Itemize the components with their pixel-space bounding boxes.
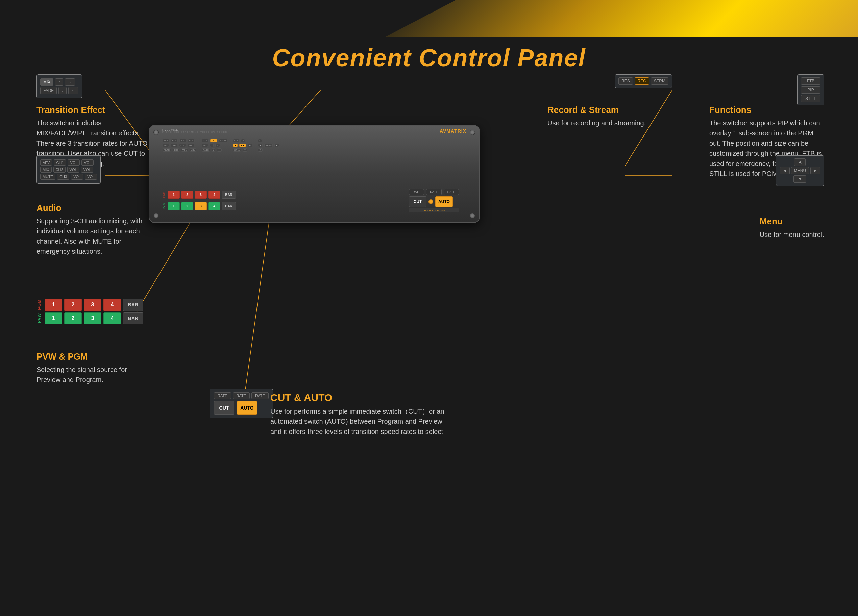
aw-vol1b[interactable]: VOL	[81, 160, 93, 166]
ca-rate2[interactable]: RATE	[233, 392, 250, 399]
dev-ftb[interactable]: FTB	[233, 139, 239, 142]
dev-rate3[interactable]: RATE	[444, 189, 459, 195]
tw-mix[interactable]: MIX	[40, 78, 53, 86]
dev-mix[interactable]: MIX	[163, 144, 169, 147]
tw-fade[interactable]: FADE	[40, 87, 57, 94]
dev-vol1b[interactable]: VOL	[188, 139, 195, 142]
aw-ch3[interactable]: CH3	[57, 174, 69, 180]
dev-pip[interactable]: ◄	[233, 144, 238, 147]
mw-a[interactable]: A	[794, 159, 806, 166]
dev-vol3b[interactable]: VOL	[190, 148, 196, 152]
dev-down2[interactable]: ▼	[242, 148, 247, 152]
pvw-btn-2[interactable]: 2	[64, 312, 82, 324]
aw-vol3a[interactable]: VOL	[71, 174, 83, 180]
record-widget: RES REC STRM	[615, 74, 672, 88]
dev-afv[interactable]: AFV	[163, 139, 169, 142]
aw-afv[interactable]: AFV	[40, 160, 52, 166]
ca-auto[interactable]: AUTO	[237, 401, 257, 415]
functions-widget: FTB PIP STILL	[797, 74, 824, 106]
mw-menu[interactable]: MENU	[791, 167, 809, 174]
mw-right[interactable]: ►	[810, 167, 821, 174]
ca-cut[interactable]: CUT	[214, 401, 234, 415]
ca-rate1[interactable]: RATE	[214, 392, 231, 399]
dev-mute[interactable]: MUTE	[163, 148, 171, 152]
dev-vol2a[interactable]: VOL	[179, 144, 186, 147]
dev-a[interactable]: A	[241, 139, 245, 142]
dev-pvw-bar[interactable]: BAR	[222, 202, 236, 210]
dev-vol1a[interactable]: VOL	[179, 139, 186, 142]
dev-fade[interactable]: FADE	[202, 148, 210, 152]
dev-rate2[interactable]: RATE	[426, 189, 441, 195]
aw-vol2a[interactable]: VOL	[67, 166, 79, 173]
dev-pvw-3[interactable]: 3	[195, 202, 207, 210]
dev-right[interactable]: →	[215, 144, 220, 147]
aw-vol2b[interactable]: VOL	[81, 166, 93, 173]
dev-pvw-2[interactable]: 2	[181, 202, 193, 210]
mw-down[interactable]: ▼	[793, 175, 806, 183]
menu-title: Menu	[760, 216, 824, 227]
pgm-btn-3[interactable]: 3	[84, 299, 101, 311]
dev-pip2[interactable]: ◄►	[239, 144, 246, 147]
aw-mute[interactable]: MUTE	[40, 174, 55, 180]
dev-pvw-4[interactable]: 4	[208, 202, 220, 210]
pvw-btn-3[interactable]: 3	[84, 312, 101, 324]
device-body: HVS0401E MICRO 4CH STREAMING VIDEO SWITC…	[149, 125, 487, 233]
tw-up[interactable]: ↑	[55, 78, 63, 86]
dev-still[interactable]: STILL	[233, 148, 241, 152]
tw-right[interactable]: →	[65, 78, 75, 86]
tw-down[interactable]: ↓	[59, 87, 67, 94]
rw-rec[interactable]: REC	[635, 78, 649, 85]
dev-md[interactable]: ▼	[258, 148, 263, 152]
dev-ch2[interactable]: CH2	[171, 144, 177, 147]
dev-pgm-4[interactable]: 4	[208, 191, 220, 199]
pvw-btn-bar[interactable]: BAR	[123, 312, 143, 324]
aw-vol3b[interactable]: VOL	[85, 174, 97, 180]
dev-up[interactable]: ↑	[210, 144, 214, 147]
dev-mr[interactable]: ►	[274, 144, 279, 147]
dev-mix2[interactable]: MIX	[202, 144, 208, 147]
pgm-btn-1[interactable]: 1	[45, 299, 62, 311]
dev-pgm-bar[interactable]: BAR	[222, 191, 236, 199]
dev-strm[interactable]: STRM	[219, 139, 227, 142]
pgm-btn-4[interactable]: 4	[103, 299, 121, 311]
dev-pgm-2[interactable]: 2	[181, 191, 193, 199]
dev-rate1[interactable]: RATE	[409, 189, 424, 195]
aw-ch2[interactable]: CH2	[53, 166, 65, 173]
dev-cut[interactable]: CUT	[409, 196, 426, 207]
aw-mix[interactable]: MIX	[40, 166, 52, 173]
tw-left[interactable]: ←	[68, 87, 78, 94]
menu-text-block: Menu Use for menu control.	[760, 216, 824, 240]
pgm-btn-bar[interactable]: BAR	[123, 299, 143, 311]
dev-left[interactable]: ←	[217, 148, 222, 152]
dev-auto[interactable]: AUTO	[435, 196, 453, 207]
aw-vol1a[interactable]: VOL	[68, 160, 80, 166]
dev-vol3a[interactable]: VOL	[181, 148, 188, 152]
dev-pgm-3[interactable]: 3	[195, 191, 207, 199]
dev-pip3[interactable]: ►	[248, 144, 252, 147]
dev-ch1[interactable]: CH1	[171, 139, 178, 142]
dev-res[interactable]: RES	[202, 139, 208, 142]
dev-ch3[interactable]: CH3	[173, 148, 179, 152]
pvw-btn-4[interactable]: 4	[103, 312, 121, 324]
fw-pip[interactable]: PIP	[801, 86, 821, 93]
dev-ma[interactable]: A	[258, 139, 262, 142]
mw-left[interactable]: ◄	[780, 167, 790, 174]
pvw-btn-1[interactable]: 1	[45, 312, 62, 324]
rw-res[interactable]: RES	[619, 78, 633, 85]
dev-pgm-1[interactable]: 1	[168, 191, 180, 199]
dev-menu[interactable]: MENU	[264, 144, 273, 147]
dev-ml[interactable]: ◄	[258, 144, 263, 147]
dev-rec[interactable]: REC	[210, 139, 217, 142]
dev-down[interactable]: ↓	[211, 148, 215, 152]
pgm-btn-2[interactable]: 2	[64, 299, 82, 311]
fw-still[interactable]: STILL	[801, 95, 821, 103]
dev-transitions-label: TRANSITIONS	[409, 208, 459, 212]
page-title: Convenient Control Panel	[0, 44, 858, 72]
dev-vol2b[interactable]: VOL	[188, 144, 194, 147]
dev-pvw-1[interactable]: 1	[168, 202, 180, 210]
rw-strm[interactable]: STRM	[651, 78, 668, 85]
fw-ftb[interactable]: FTB	[801, 78, 821, 85]
dev-pvw-label: PVW	[162, 203, 165, 209]
ca-rate3[interactable]: RATE	[252, 392, 269, 399]
aw-ch1[interactable]: CH1	[54, 160, 66, 166]
